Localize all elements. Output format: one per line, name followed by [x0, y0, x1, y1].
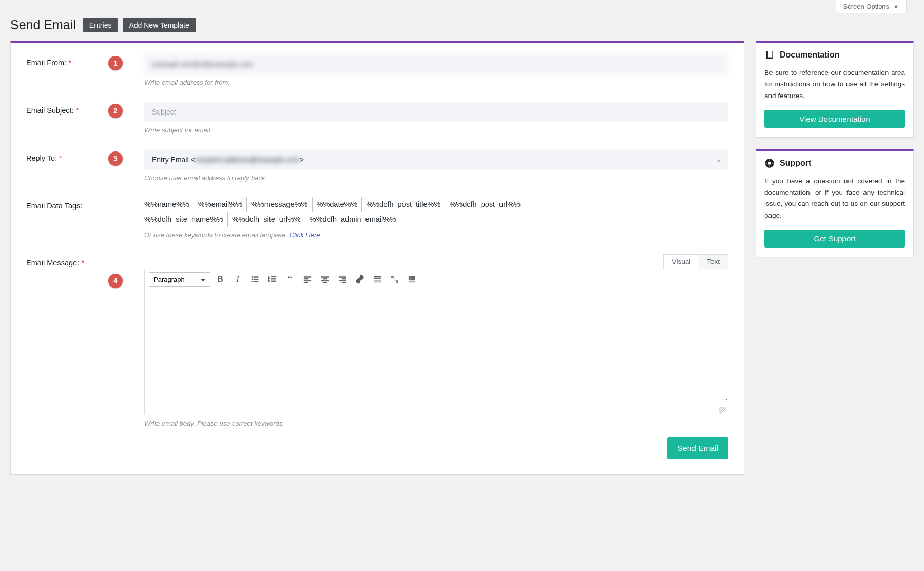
data-tag: %%message%%: [246, 197, 312, 212]
data-tag: %%name%%: [144, 197, 194, 212]
email-subject-input[interactable]: [144, 102, 728, 122]
svg-rect-29: [411, 276, 413, 278]
svg-text:3: 3: [268, 280, 270, 283]
data-tag: %%dcfh_admin_email%%: [305, 212, 400, 227]
align-left-button[interactable]: [300, 272, 315, 287]
svg-rect-23: [342, 282, 346, 283]
svg-rect-31: [409, 279, 410, 280]
svg-rect-42: [769, 165, 770, 167]
email-message-help: Write email body. Please use correct key…: [144, 420, 728, 427]
svg-rect-36: [413, 281, 415, 282]
support-text: If you have a question not covered in th…: [764, 176, 905, 221]
book-icon: [764, 50, 775, 60]
resize-handle[interactable]: [719, 407, 726, 414]
svg-rect-32: [411, 279, 413, 280]
data-tag: %%dcfh_site_name%%: [144, 212, 227, 227]
readmore-button[interactable]: [370, 272, 385, 287]
toolbar-toggle-button[interactable]: [405, 272, 420, 287]
fullscreen-button[interactable]: [387, 272, 402, 287]
align-right-icon: [338, 275, 347, 284]
svg-point-0: [252, 276, 253, 277]
blockquote-button[interactable]: “: [282, 272, 298, 287]
svg-rect-33: [413, 279, 415, 280]
svg-rect-24: [374, 276, 381, 277]
documentation-text: Be sure to reference our documentation a…: [764, 67, 905, 102]
svg-rect-35: [411, 281, 413, 282]
data-tag: %%dcfh_site_url%%: [227, 212, 305, 227]
svg-rect-21: [342, 279, 346, 280]
email-from-label: Email From: *: [26, 54, 108, 67]
support-panel: Support If you have a question not cover…: [756, 149, 914, 257]
documentation-panel: Documentation Be sure to reference our d…: [756, 41, 914, 138]
data-tag: %%email%%: [194, 197, 246, 212]
svg-point-40: [768, 161, 772, 165]
email-message-textarea[interactable]: [145, 290, 728, 403]
align-center-button[interactable]: [317, 272, 333, 287]
add-new-template-button[interactable]: Add New Template: [123, 18, 195, 32]
data-tags-list: %%name%%%%email%%%%message%%%%date%%%%dc…: [144, 197, 728, 227]
badge-3: 3: [108, 151, 123, 166]
data-tag: %%date%%: [312, 197, 362, 212]
reply-to-label: Reply To: *: [26, 149, 108, 162]
svg-rect-5: [254, 281, 258, 282]
svg-rect-9: [271, 279, 276, 280]
email-subject-label: Email Subject: *: [26, 102, 108, 115]
svg-rect-19: [323, 282, 327, 283]
editor-tab-visual[interactable]: Visual: [663, 254, 699, 269]
bullet-list-button[interactable]: [247, 272, 263, 287]
italic-button[interactable]: I: [230, 272, 245, 287]
svg-rect-7: [271, 276, 276, 277]
svg-rect-28: [409, 276, 410, 278]
svg-rect-20: [339, 277, 346, 278]
get-support-button[interactable]: Get Support: [764, 230, 905, 248]
svg-rect-44: [771, 163, 774, 164]
bullet-list-icon: [251, 275, 260, 284]
caret-down-icon: ▼: [893, 4, 899, 10]
svg-rect-34: [409, 281, 410, 282]
svg-point-4: [252, 281, 253, 282]
email-data-tags-label: Email Data Tags:: [26, 197, 108, 210]
align-center-icon: [320, 275, 330, 284]
link-button[interactable]: [352, 272, 368, 287]
align-left-icon: [303, 275, 312, 284]
reply-to-help: Choose user email address to reply back.: [144, 174, 728, 182]
reply-to-select[interactable]: Entry Email < recipient.address@example.…: [144, 149, 728, 170]
screen-options-toggle[interactable]: Screen Options ▼: [836, 0, 907, 13]
badge-2: 2: [108, 104, 123, 118]
numbered-list-button[interactable]: 123: [265, 272, 280, 287]
svg-rect-27: [374, 282, 381, 283]
align-right-button[interactable]: [335, 272, 350, 287]
svg-rect-43: [765, 163, 768, 164]
svg-rect-25: [374, 278, 381, 279]
svg-rect-3: [254, 279, 258, 280]
bold-button[interactable]: B: [213, 272, 228, 287]
email-from-input[interactable]: [144, 54, 728, 74]
svg-rect-26: [374, 280, 381, 281]
view-documentation-button[interactable]: View Documentation: [764, 110, 905, 128]
svg-rect-17: [323, 279, 327, 280]
svg-point-2: [252, 279, 253, 280]
svg-rect-14: [304, 280, 311, 281]
page-title: Send Email: [10, 17, 76, 32]
badge-4: 4: [108, 274, 123, 288]
link-icon: [355, 275, 364, 284]
svg-rect-30: [413, 276, 415, 278]
numbered-list-icon: 123: [268, 275, 277, 284]
data-tag: %%dcfh_post_title%%: [361, 197, 445, 212]
editor-toolbar: Paragraph B I 123: [145, 269, 728, 290]
format-selector[interactable]: Paragraph: [149, 272, 210, 287]
keywords-link[interactable]: Click Here: [290, 231, 320, 239]
rich-text-editor: Paragraph B I 123: [144, 269, 728, 415]
svg-rect-41: [769, 159, 770, 161]
svg-rect-22: [339, 280, 346, 281]
svg-rect-12: [304, 277, 311, 278]
entries-button[interactable]: Entries: [83, 18, 118, 32]
email-message-label: Email Message: *: [26, 254, 108, 267]
send-email-form: Email From: * 1 Write email address for …: [10, 41, 744, 475]
editor-tab-text[interactable]: Text: [699, 254, 728, 269]
send-email-button[interactable]: Send Email: [667, 437, 728, 459]
data-tag: %%dcfh_post_url%%: [445, 197, 525, 212]
svg-rect-15: [304, 282, 308, 283]
svg-rect-16: [321, 277, 329, 278]
page-header: Send Email Entries Add New Template: [10, 17, 914, 32]
